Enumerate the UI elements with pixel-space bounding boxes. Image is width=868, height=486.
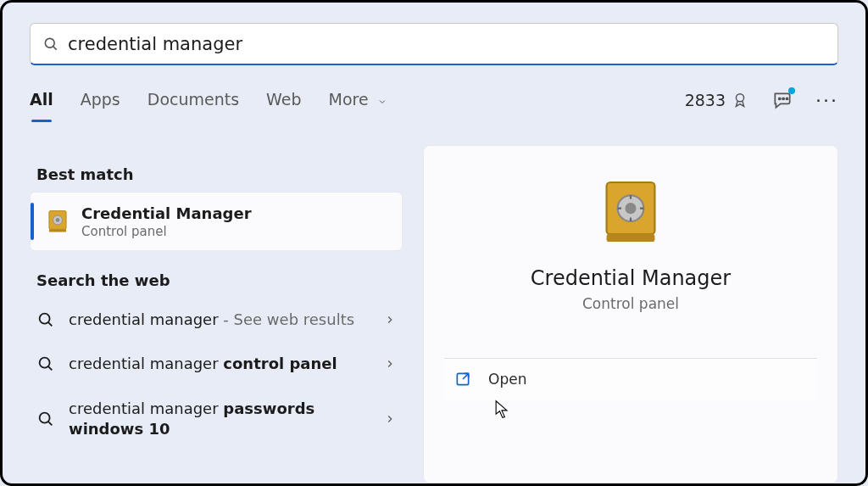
svg-line-15 [48,422,52,425]
filter-tabs-row: All Apps Documents Web More 2833 ··· [30,89,838,111]
rewards-points[interactable]: 2833 [685,91,749,109]
svg-point-10 [40,314,50,324]
tab-all[interactable]: All [30,90,53,110]
svg-point-12 [40,358,50,368]
preview-pane: Credential Manager Control panel Open [423,145,838,483]
mouse-cursor [494,399,509,420]
web-result-label: credential manager control panel [69,354,384,374]
svg-point-4 [782,98,784,99]
safe-icon [46,209,70,233]
action-open-label: Open [488,371,526,388]
best-match-result[interactable]: Credential Manager Control panel [30,192,403,251]
svg-line-13 [48,366,52,370]
tab-apps[interactable]: Apps [81,90,120,110]
svg-line-1 [53,46,57,49]
preview-subtitle: Control panel [582,295,679,312]
svg-point-2 [736,94,743,102]
svg-point-9 [56,218,60,222]
safe-icon-large [601,178,660,246]
web-result-label: credential manager passwords windows 10 [69,399,384,440]
notification-dot [788,87,795,94]
open-external-icon [454,371,471,388]
filter-tabs: All Apps Documents Web More [30,90,387,110]
best-match-title: Credential Manager [81,204,252,222]
svg-point-3 [779,98,781,99]
web-result-0[interactable]: credential manager - See web results [30,298,403,342]
chevron-down-icon [377,92,387,110]
chevron-right-icon [384,358,396,370]
search-icon [36,410,55,428]
preview-title: Credential Manager [531,266,731,290]
chat-icon[interactable] [771,89,793,111]
rewards-points-value: 2833 [685,91,726,109]
search-icon [36,310,55,329]
results-area: Best match Credential Manager Control pa… [30,145,838,483]
medal-icon [731,91,749,109]
web-result-text: credential manager [69,399,223,417]
svg-point-5 [786,98,787,99]
tab-web[interactable]: Web [266,90,301,110]
tab-more[interactable]: More [329,90,387,110]
svg-rect-7 [49,229,66,232]
tab-documents[interactable]: Documents [147,90,239,110]
web-result-suffix: - See web results [219,310,354,328]
chevron-right-icon [384,314,396,326]
svg-line-11 [48,322,52,326]
search-icon [36,355,55,373]
svg-line-25 [463,373,469,379]
web-result-bold: control panel [223,355,337,372]
chevron-right-icon [384,413,396,425]
section-label-best-match: Best match [36,165,403,183]
section-label-search-web: Search the web [36,271,403,289]
tab-more-label: More [329,90,369,109]
search-bar[interactable] [30,23,838,65]
svg-point-19 [625,203,636,214]
svg-rect-17 [607,234,655,242]
best-match-subtitle: Control panel [81,224,252,239]
web-result-2[interactable]: credential manager passwords windows 10 [30,387,403,452]
svg-point-0 [45,38,54,47]
svg-point-14 [40,413,50,423]
web-result-1[interactable]: credential manager control panel [30,342,403,386]
search-icon [42,36,59,53]
search-input[interactable] [68,34,826,54]
preview-pane-wrap: Credential Manager Control panel Open [423,145,838,483]
web-result-text: credential manager [69,310,219,328]
tabs-right-cluster: 2833 ··· [685,89,838,111]
web-result-label: credential manager - See web results [69,310,384,330]
best-match-text: Credential Manager Control panel [81,204,252,239]
options-menu-button[interactable]: ··· [815,90,838,111]
action-open[interactable]: Open [444,359,817,399]
web-result-text: credential manager [69,355,223,372]
results-left-column: Best match Credential Manager Control pa… [30,145,403,483]
